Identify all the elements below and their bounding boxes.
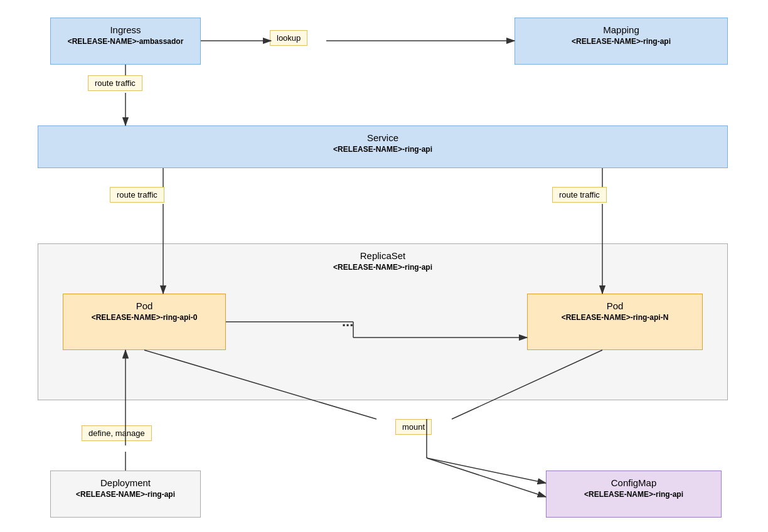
service-label: Service <box>46 131 720 144</box>
route-traffic-top-label: route traffic <box>88 75 142 91</box>
service-sublabel: <RELEASE-NAME>-ring-api <box>46 144 720 155</box>
ingress-box: Ingress <RELEASE-NAME>-ambassador <box>50 18 201 65</box>
podN-sublabel: <RELEASE-NAME>-ring-api-N <box>535 312 695 323</box>
pod0-label: Pod <box>71 299 218 312</box>
diagram-container: Ingress <RELEASE-NAME>-ambassador Mappin… <box>0 0 768 532</box>
lookup-label: lookup <box>270 30 307 46</box>
deployment-box: Deployment <RELEASE-NAME>-ring-api <box>50 471 201 518</box>
ingress-label: Ingress <box>58 23 193 36</box>
service-box: Service <RELEASE-NAME>-ring-api <box>38 125 728 168</box>
deployment-label: Deployment <box>58 476 193 489</box>
replicaset-label: ReplicaSet <box>333 249 432 262</box>
pod0-box: Pod <RELEASE-NAME>-ring-api-0 <box>63 294 226 350</box>
mapping-label: Mapping <box>523 23 720 36</box>
mapping-box: Mapping <RELEASE-NAME>-ring-api <box>515 18 728 65</box>
define-manage-label: define, manage <box>82 425 152 441</box>
configmap-sublabel: <RELEASE-NAME>-ring-api <box>554 489 713 500</box>
mapping-sublabel: <RELEASE-NAME>-ring-api <box>523 36 720 47</box>
configmap-box: ConfigMap <RELEASE-NAME>-ring-api <box>546 471 722 518</box>
podN-label: Pod <box>535 299 695 312</box>
mount-label: mount <box>395 419 432 435</box>
ingress-sublabel: <RELEASE-NAME>-ambassador <box>58 36 193 47</box>
svg-line-18 <box>427 458 546 497</box>
replicaset-sublabel: <RELEASE-NAME>-ring-api <box>333 262 432 273</box>
ellipsis: ... <box>342 314 353 330</box>
configmap-label: ConfigMap <box>554 476 713 489</box>
pod0-sublabel: <RELEASE-NAME>-ring-api-0 <box>71 312 218 323</box>
svg-line-17 <box>427 458 546 483</box>
podN-box: Pod <RELEASE-NAME>-ring-api-N <box>527 294 703 350</box>
deployment-sublabel: <RELEASE-NAME>-ring-api <box>58 489 193 500</box>
route-traffic-right-label: route traffic <box>552 187 607 203</box>
route-traffic-left-label: route traffic <box>110 187 164 203</box>
